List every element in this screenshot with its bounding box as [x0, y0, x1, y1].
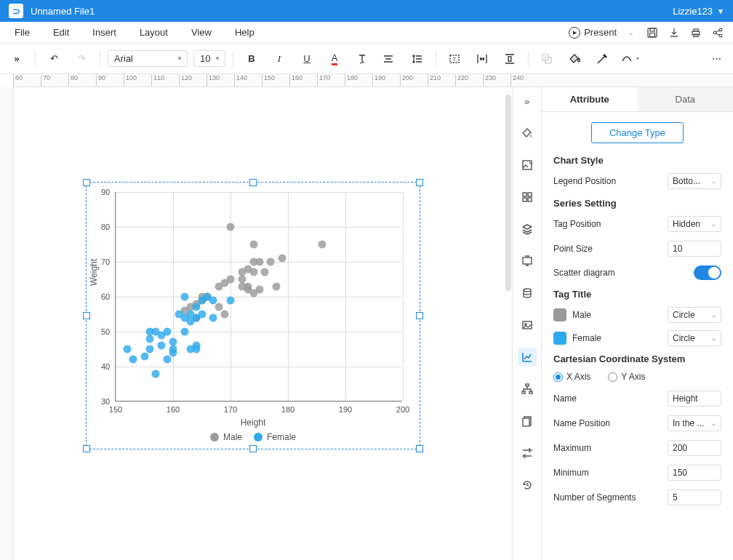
- data-panel-icon[interactable]: [518, 284, 537, 303]
- resize-handle[interactable]: [83, 312, 90, 319]
- resize-handle[interactable]: [249, 445, 257, 452]
- data-point[interactable]: [129, 356, 137, 364]
- underline-button[interactable]: U: [296, 48, 318, 70]
- resize-handle[interactable]: [416, 179, 423, 186]
- swatch-male[interactable]: [553, 308, 566, 321]
- menu-insert[interactable]: Insert: [81, 22, 128, 44]
- data-point[interactable]: [261, 268, 269, 276]
- org-panel-icon[interactable]: [518, 380, 537, 399]
- data-point[interactable]: [192, 303, 200, 311]
- data-point[interactable]: [249, 241, 257, 249]
- present-dropdown[interactable]: ⌄: [625, 29, 637, 36]
- select-tag-position[interactable]: Hidden⌄: [668, 216, 721, 232]
- spacing-v-button[interactable]: [499, 48, 521, 70]
- input-num-segments[interactable]: 5: [668, 489, 721, 505]
- select-legend-position[interactable]: Botto...⌄: [668, 173, 721, 189]
- chart-panel-icon[interactable]: [518, 348, 537, 367]
- data-point[interactable]: [279, 255, 287, 263]
- input-point-size[interactable]: 10: [668, 241, 721, 257]
- data-point[interactable]: [249, 268, 257, 276]
- history-panel-icon[interactable]: [518, 476, 537, 495]
- text-color-button[interactable]: A: [324, 48, 345, 70]
- data-point[interactable]: [180, 328, 188, 336]
- toggle-scatter-diagram[interactable]: [694, 265, 721, 280]
- text-box-button[interactable]: T: [444, 48, 465, 70]
- data-point[interactable]: [255, 258, 263, 266]
- data-point[interactable]: [319, 241, 327, 249]
- data-point[interactable]: [180, 293, 188, 301]
- clear-format-button[interactable]: [351, 48, 373, 70]
- stroke-button[interactable]: [591, 48, 613, 70]
- menu-layout[interactable]: Layout: [128, 22, 180, 44]
- print-icon[interactable]: [689, 26, 702, 39]
- resize-handle[interactable]: [416, 445, 423, 452]
- align-button[interactable]: [379, 48, 401, 70]
- tab-attribute[interactable]: Attribute: [542, 87, 638, 112]
- select-shape-female[interactable]: Circle⌄: [668, 330, 721, 346]
- slides-panel-icon[interactable]: [518, 252, 537, 271]
- more-button[interactable]: ⋯: [705, 48, 727, 70]
- data-point[interactable]: [164, 356, 172, 364]
- expand-icon[interactable]: »: [6, 48, 28, 70]
- scatter-chart[interactable]: Weight 15016017018019020030405060708090 …: [97, 189, 409, 444]
- data-point[interactable]: [215, 303, 223, 311]
- share-icon[interactable]: [711, 26, 724, 39]
- app-logo-icon[interactable]: ⊃: [9, 4, 23, 18]
- grid-panel-icon[interactable]: [518, 188, 537, 207]
- group-button[interactable]: [536, 48, 558, 70]
- undo-button[interactable]: ↶: [43, 48, 65, 70]
- data-point[interactable]: [244, 282, 252, 290]
- data-point[interactable]: [255, 286, 263, 294]
- select-shape-male[interactable]: Circle⌄: [668, 307, 721, 323]
- menu-edit[interactable]: Edit: [41, 22, 81, 44]
- line-style-button[interactable]: ▾: [619, 48, 641, 70]
- fill-button[interactable]: [564, 48, 585, 70]
- resize-handle[interactable]: [416, 312, 423, 319]
- font-select[interactable]: Arial▼: [108, 50, 188, 67]
- data-point[interactable]: [169, 348, 177, 356]
- image-panel-icon[interactable]: [518, 156, 537, 175]
- present-button[interactable]: ▶ Present: [569, 27, 617, 39]
- resize-handle[interactable]: [83, 179, 90, 186]
- data-point[interactable]: [227, 223, 235, 231]
- data-point[interactable]: [273, 282, 281, 290]
- spacing-h-button[interactable]: [471, 48, 493, 70]
- data-point[interactable]: [146, 335, 154, 343]
- layers-panel-icon[interactable]: [518, 220, 537, 239]
- swatch-female[interactable]: [553, 332, 566, 345]
- input-maximum[interactable]: 200: [668, 440, 721, 456]
- scrollbar[interactable]: [505, 95, 511, 291]
- bold-button[interactable]: B: [241, 48, 263, 70]
- data-point[interactable]: [209, 313, 217, 321]
- line-spacing-button[interactable]: [406, 48, 428, 70]
- data-point[interactable]: [238, 276, 246, 284]
- menu-view[interactable]: View: [180, 22, 223, 44]
- menu-help[interactable]: Help: [223, 22, 266, 44]
- input-minimum[interactable]: 150: [668, 465, 721, 481]
- data-point[interactable]: [209, 296, 217, 304]
- canvas-area[interactable]: Weight 15016017018019020030405060708090 …: [0, 87, 512, 560]
- radio-x-axis[interactable]: X Axis: [553, 372, 590, 382]
- collapse-panel-icon[interactable]: »: [518, 92, 537, 111]
- download-icon[interactable]: [668, 26, 681, 39]
- data-point[interactable]: [267, 258, 275, 266]
- resize-handle[interactable]: [249, 179, 257, 186]
- tab-data[interactable]: Data: [638, 87, 734, 112]
- data-point[interactable]: [227, 296, 235, 304]
- picture-panel-icon[interactable]: [518, 316, 537, 335]
- clipboard-panel-icon[interactable]: [518, 412, 537, 431]
- data-point[interactable]: [192, 345, 200, 353]
- user-menu[interactable]: Lizzie123 ▼: [673, 6, 724, 17]
- redo-button[interactable]: ↷: [71, 48, 92, 70]
- data-point[interactable]: [221, 311, 229, 319]
- select-name-position[interactable]: In the ...⌄: [668, 415, 721, 431]
- save-icon[interactable]: [646, 26, 659, 39]
- change-type-button[interactable]: Change Type: [591, 122, 684, 143]
- data-point[interactable]: [152, 369, 160, 377]
- menu-file[interactable]: File: [3, 22, 41, 44]
- data-point[interactable]: [123, 345, 131, 353]
- data-point[interactable]: [146, 345, 154, 353]
- data-point[interactable]: [140, 352, 148, 360]
- data-point[interactable]: [164, 328, 172, 336]
- fill-panel-icon[interactable]: [518, 124, 537, 143]
